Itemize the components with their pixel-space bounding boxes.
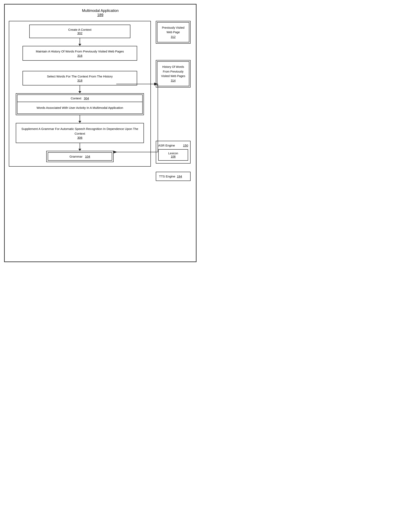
- maintain-history-text: Maintain A History Of Words From Previou…: [27, 49, 132, 54]
- outer-multimodal-box: Create A Context 302 Maintain A History …: [9, 21, 151, 167]
- grammar-text: Grammar: [70, 155, 82, 158]
- app-title-num: 189: [9, 13, 192, 17]
- asr-engine-box: ASR Engine 150 Lexicon 106: [156, 141, 191, 164]
- maintain-history-num: 316: [27, 54, 132, 57]
- grammar-num: 104: [85, 155, 90, 158]
- app-title: Multimodal Application: [9, 9, 192, 13]
- history-words-num: 314: [160, 78, 187, 83]
- asr-label-row: ASR Engine 150: [158, 144, 188, 147]
- right-column: Previously Visited Web Page 312 History …: [151, 21, 192, 181]
- arrow-supplement-to-grammar: [78, 143, 81, 151]
- arrow-create-to-maintain: [78, 38, 81, 46]
- grammar-outer-box: Grammar 104: [46, 151, 114, 162]
- supplement-text: Supplement A Grammar For Automatic Speec…: [20, 127, 139, 136]
- main-flow-diagram: Create A Context 302 Maintain A History …: [12, 25, 147, 162]
- grammar-inner-box: Grammar 104: [48, 152, 112, 161]
- lexicon-text: Lexicon: [168, 152, 178, 155]
- page: Multimodal Application 189 Create A Cont…: [4, 4, 197, 262]
- arrow-select-to-context: [78, 85, 81, 93]
- tts-engine-box: TTS Engine 194: [156, 172, 191, 181]
- title-area: Multimodal Application 189: [9, 9, 192, 17]
- history-words-inner: History Of Words From Previously Visited…: [157, 61, 189, 86]
- create-context-num: 302: [34, 31, 126, 35]
- history-words-text: History Of Words From Previously Visited…: [160, 64, 187, 78]
- select-words-wrapper: Select Words For The Context From The Hi…: [23, 71, 137, 86]
- arrow-context-to-supplement: [78, 115, 81, 123]
- context-body-text: Words Associated With User Activity In A…: [17, 102, 142, 114]
- select-words-text: Select Words For The Context From The Hi…: [27, 74, 132, 79]
- previously-visited-text: Previously Visited Web Page: [160, 25, 187, 35]
- asr-engine-label: ASR Engine: [158, 144, 175, 147]
- asr-engine-num: 150: [183, 144, 188, 147]
- previously-visited-outer: Previously Visited Web Page 312: [156, 21, 191, 44]
- maintain-history-wrapper: Maintain A History Of Words From Previou…: [23, 46, 137, 61]
- select-words-num: 318: [27, 79, 132, 82]
- create-context-box: Create A Context 302: [29, 25, 130, 38]
- context-header-text: Context: [71, 96, 81, 100]
- create-context-text: Create A Context: [34, 28, 126, 31]
- tts-engine-num: 194: [177, 175, 182, 178]
- context-header: Context 304: [17, 95, 142, 102]
- previously-visited-num: 312: [160, 35, 187, 39]
- select-words-box: Select Words For The Context From The Hi…: [23, 71, 137, 86]
- history-words-outer: History Of Words From Previously Visited…: [156, 60, 191, 88]
- previously-visited-inner: Previously Visited Web Page 312: [157, 22, 189, 42]
- lexicon-box: Lexicon 106: [158, 149, 188, 161]
- context-inner-box: Context 304 Words Associated With User A…: [17, 95, 142, 114]
- context-outer-box: Context 304 Words Associated With User A…: [16, 93, 144, 115]
- supplement-box: Supplement A Grammar For Automatic Speec…: [16, 123, 144, 143]
- tts-engine-text: TTS Engine: [159, 175, 175, 178]
- lexicon-num: 106: [171, 155, 175, 158]
- context-header-num: 304: [84, 96, 89, 100]
- maintain-history-box: Maintain A History Of Words From Previou…: [23, 46, 137, 61]
- supplement-num: 306: [20, 136, 139, 139]
